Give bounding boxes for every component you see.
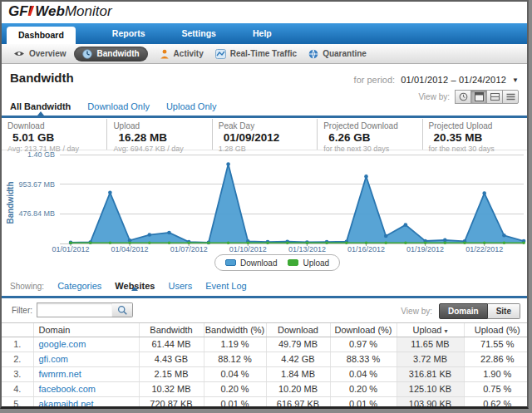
gauge-icon: [82, 49, 92, 59]
filter-input[interactable]: [37, 302, 113, 317]
x-tick-label: 01/19/2012: [406, 245, 444, 253]
table-row: 3.fwmrm.net2.15 MB0.04 %1.84 MB0.04 %316…: [2, 366, 529, 381]
tab-download-only[interactable]: Download Only: [87, 101, 150, 116]
period-value: 01/01/2012 – 01/24/2012: [401, 75, 506, 85]
domain-link[interactable]: google.com: [39, 339, 86, 349]
person-icon: [160, 49, 170, 59]
subnav-item-overview[interactable]: Overview: [13, 49, 66, 58]
download-cell: 616.97 KB: [266, 396, 330, 409]
nav-tab-reports[interactable]: Reports: [112, 23, 145, 44]
logo-gfi-text: GFI: [8, 3, 32, 19]
subnav-label: Quarantine: [323, 49, 367, 58]
domain-link[interactable]: gfi.com: [39, 354, 68, 364]
nav-tab-settings[interactable]: Settings: [182, 23, 216, 44]
view-by-site-button[interactable]: Site: [488, 303, 520, 319]
upload-point: [463, 241, 466, 244]
column-header-upload-%-[interactable]: Upload (%): [464, 323, 529, 337]
domain-cell: google.com: [33, 337, 139, 352]
upload-cell: 316.81 KB: [397, 366, 464, 381]
download-point: [502, 234, 506, 238]
download-cell: 49.79 MB: [266, 337, 330, 352]
nav-tab-dashboard[interactable]: Dashboard: [7, 27, 76, 44]
download-line: [71, 164, 524, 242]
panel-view-icon[interactable]: [470, 90, 487, 104]
tab-event-log[interactable]: Event Log: [205, 281, 247, 291]
upload-point: [69, 241, 72, 244]
download-swatch-icon: [225, 259, 236, 266]
upload-point: [404, 241, 407, 244]
tab-users[interactable]: Users: [168, 281, 192, 291]
upload-point: [522, 241, 525, 244]
clock-view-icon[interactable]: [455, 90, 471, 104]
domain-link[interactable]: akamaihd.net: [39, 399, 94, 409]
upload-point: [227, 241, 230, 244]
subnav-item-quarantine[interactable]: Quarantine: [308, 49, 367, 59]
column-header-bandwidth-%-[interactable]: Bandwidth (%): [204, 323, 266, 337]
chart-icon: [215, 49, 226, 59]
bandwidth-cell: 61.44 MB: [139, 337, 204, 352]
logo-web-text: Web: [35, 3, 65, 19]
view-by-label: View by:: [418, 92, 450, 101]
column-header-upload[interactable]: Upload▾: [397, 323, 464, 337]
download-pct-cell: 0.97 %: [330, 337, 397, 352]
upload-swatch-icon: [288, 259, 298, 266]
column-header-bandwidth[interactable]: Bandwidth: [139, 323, 204, 337]
divider-rule: [2, 116, 527, 118]
upload-pct-cell: 71.55 %: [464, 337, 529, 352]
download-point: [384, 234, 388, 238]
table-row: 1.google.com61.44 MB1.19 %49.79 MB0.97 %…: [2, 337, 529, 352]
app-window: GFIWebMonitor Dashboard Reports Settings…: [0, 0, 529, 409]
table-row: 2.gfi.com4.43 GB88.12 %4.42 GB88.33 %3.7…: [2, 352, 529, 366]
nav-tab-help[interactable]: Help: [253, 23, 272, 44]
search-button[interactable]: [112, 302, 133, 317]
tab-upload-only[interactable]: Upload Only: [166, 101, 217, 116]
subnav-item-real-time-traffic[interactable]: Real-Time Traffic: [215, 49, 297, 59]
upload-point: [345, 241, 348, 244]
upload-point: [286, 241, 289, 244]
gfi-webmonitor-logo: GFIWebMonitor: [8, 3, 112, 20]
logo-monitor-text: Monitor: [65, 3, 112, 19]
column-header-download-%-[interactable]: Download (%): [330, 323, 397, 337]
domain-cell: akamaihd.net: [33, 396, 139, 409]
bandwidth-pct-cell: 88.12 %: [204, 352, 266, 366]
upload-pct-cell: 0.62 %: [464, 396, 529, 409]
list-view-icon[interactable]: [502, 90, 519, 104]
bandwidth-cell: 4.43 GB: [139, 352, 204, 366]
tab-all-bandwidth[interactable]: All Bandwidth: [10, 101, 71, 116]
stat-label: Upload: [113, 121, 211, 130]
column-header-download[interactable]: Download: [266, 323, 330, 337]
main-nav: Dashboard Reports Settings Help: [2, 23, 527, 44]
tab-websites[interactable]: Websites: [115, 281, 155, 291]
chart-legend: Download Upload: [214, 254, 340, 271]
stat-value: 01/09/2012: [224, 131, 317, 144]
download-point: [167, 231, 171, 235]
upload-point: [207, 241, 210, 244]
stat-label: Projected Upload: [429, 121, 527, 130]
x-tick-label: 01/16/2012: [347, 245, 385, 253]
subnav-item-bandwidth[interactable]: Bandwidth: [74, 47, 147, 61]
download-point: [364, 175, 368, 179]
subnav-label: Activity: [174, 49, 204, 58]
subnav-item-activity[interactable]: Activity: [160, 49, 204, 59]
tab-categories[interactable]: Categories: [57, 281, 101, 291]
table-view-switcher: View by: Domain Site: [401, 303, 520, 319]
period-selector[interactable]: for period: 01/01/2012 – 01/24/2012 ▼: [354, 75, 519, 85]
column-header-domain[interactable]: Domain: [33, 323, 139, 337]
domain-link[interactable]: facebook.com: [39, 384, 96, 394]
bandwidth-pct-cell: 0.20 %: [204, 381, 266, 396]
upload-point: [424, 241, 427, 244]
view-by-domain-button[interactable]: Domain: [439, 303, 488, 319]
domain-link[interactable]: fwmrm.net: [39, 369, 81, 379]
upload-point: [89, 241, 92, 244]
table-row: 4.facebook.com10.32 MB0.20 %10.20 MB0.20…: [2, 381, 529, 396]
upload-point: [247, 241, 250, 244]
wide-view-icon[interactable]: [486, 90, 503, 104]
column-header-rank[interactable]: [2, 323, 33, 337]
chevron-down-icon: ▼: [512, 76, 519, 84]
download-pct-cell: 0.20 %: [330, 381, 397, 396]
upload-pct-cell: 1.90 %: [464, 366, 529, 381]
bandwidth-tabs: All Bandwidth Download Only Upload Only: [10, 101, 216, 116]
legend-item-download: Download: [225, 258, 277, 268]
bandwidth-chart: 476.84 MB953.67 MB1.40 GBBandwidth01/01/…: [2, 145, 529, 256]
domain-cell: gfi.com: [33, 352, 139, 366]
